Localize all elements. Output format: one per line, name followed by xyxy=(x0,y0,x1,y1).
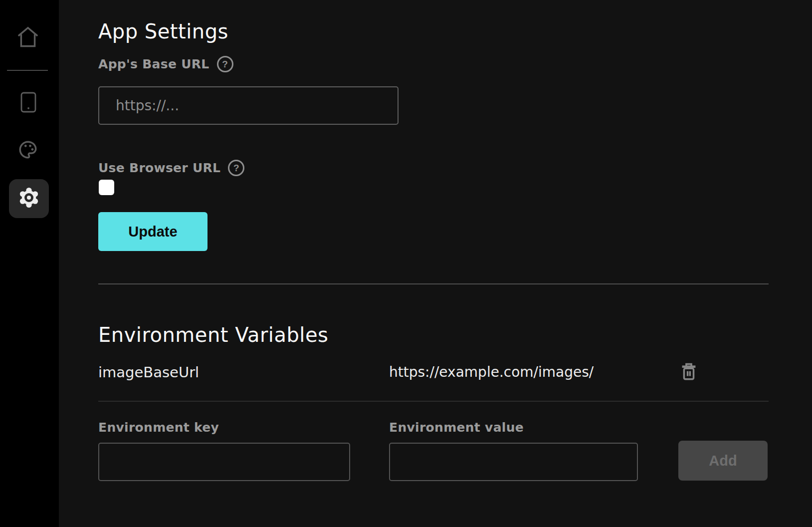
section-divider xyxy=(98,283,769,284)
base-url-help-icon[interactable]: ? xyxy=(217,56,233,72)
use-browser-url-label: Use Browser URL xyxy=(98,161,220,175)
environment-value-input[interactable] xyxy=(389,443,638,481)
sidebar-item-device[interactable] xyxy=(20,93,36,114)
environment-key-label: Environment key xyxy=(98,420,219,435)
add-variable-button[interactable]: Add xyxy=(678,441,768,481)
environment-key-input[interactable] xyxy=(98,443,350,481)
sidebar-item-settings[interactable] xyxy=(9,179,49,218)
trash-icon xyxy=(678,377,700,385)
env-variable-key: imageBaseUrl xyxy=(98,364,199,381)
palette-icon xyxy=(17,139,38,162)
sidebar-item-theme[interactable] xyxy=(17,140,38,161)
environment-value-label: Environment value xyxy=(389,420,524,435)
device-icon xyxy=(20,92,36,115)
use-browser-url-help-icon[interactable]: ? xyxy=(228,160,244,176)
sidebar-item-home[interactable] xyxy=(16,27,39,49)
app-settings-page: App Settings App's Base URL ? Use Browse… xyxy=(0,0,812,527)
base-url-label: App's Base URL xyxy=(98,57,209,71)
update-button[interactable]: Update xyxy=(98,212,207,251)
sidebar-divider xyxy=(7,70,48,71)
home-icon xyxy=(16,26,39,50)
use-browser-url-checkbox[interactable] xyxy=(99,180,114,195)
base-url-input[interactable] xyxy=(98,86,399,125)
env-variable-value: https://example.com/images/ xyxy=(389,364,594,380)
page-title: App Settings xyxy=(98,19,228,43)
environment-variables-title: Environment Variables xyxy=(98,323,328,347)
main-content: App Settings App's Base URL ? Use Browse… xyxy=(59,0,812,527)
sidebar xyxy=(0,0,59,527)
settings-gear-icon xyxy=(17,186,40,211)
delete-variable-button[interactable] xyxy=(678,361,700,383)
row-divider xyxy=(98,401,769,402)
